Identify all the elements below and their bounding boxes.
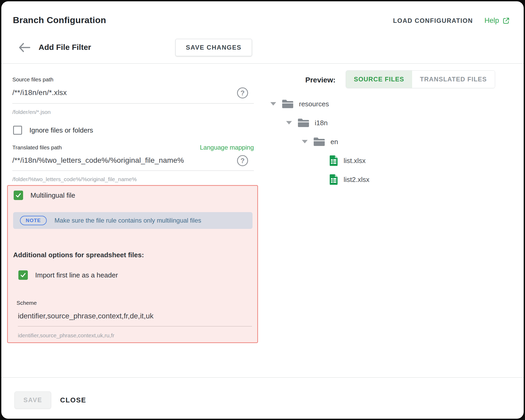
source-path-input[interactable]: /**/i18n/en/*.xlsx xyxy=(12,88,67,97)
help-link[interactable]: Help xyxy=(484,17,510,25)
ignore-files-label: Ignore files or folders xyxy=(29,126,93,134)
tree-row-en[interactable]: en xyxy=(301,136,369,148)
tree-row-i18n[interactable]: i18n xyxy=(285,117,369,129)
save-changes-button[interactable]: SAVE CHANGES xyxy=(175,39,252,56)
tree-row-list-xlsx[interactable]: list.xlsx xyxy=(329,155,369,167)
external-link-icon xyxy=(502,17,510,25)
folder-icon xyxy=(282,99,294,109)
tree-label: en xyxy=(330,138,338,146)
translated-path-helper: /folder/%two_letters_code%/%original_fil… xyxy=(12,176,137,182)
translated-path-help-icon[interactable] xyxy=(237,155,248,166)
source-path-label: Source files path xyxy=(12,76,53,83)
tree-row-list2-xlsx[interactable]: list2.xlsx xyxy=(329,174,369,186)
ignore-files-checkbox[interactable]: Ignore files or folders xyxy=(13,126,93,135)
import-first-line-checkbox[interactable]: Import first line as a header xyxy=(18,270,118,280)
multilingual-label: Multilingual file xyxy=(30,191,75,200)
scheme-label: Scheme xyxy=(17,300,37,306)
checkbox-checked-icon xyxy=(18,270,28,280)
scheme-helper: identifier,source_phrase,context,uk,ru,f… xyxy=(18,332,114,339)
folder-icon xyxy=(313,137,325,147)
tree-label: i18n xyxy=(315,119,328,127)
subheader-title: Add File Filter xyxy=(39,43,91,52)
tree-label: list2.xlsx xyxy=(344,176,369,184)
translated-path-label: Translated files path xyxy=(12,144,62,151)
multilingual-highlight-section: Multilingual file NOTE Make sure the fil… xyxy=(7,185,258,343)
note-bar: NOTE Make sure the file rule contains on… xyxy=(13,212,253,229)
help-link-label: Help xyxy=(484,17,499,25)
tree-label: list.xlsx xyxy=(344,157,366,165)
note-badge: NOTE xyxy=(20,216,47,225)
scheme-underline xyxy=(18,326,252,327)
header-actions: LOAD CONFIGURATION Help xyxy=(393,17,510,25)
spreadsheet-options-title: Additional options for spreadsheet files… xyxy=(13,251,144,259)
preview-label: Preview: xyxy=(305,76,335,84)
file-tree: resources i18n xyxy=(270,98,369,192)
tab-source-files[interactable]: SOURCE FILES xyxy=(346,71,412,88)
page-title: Branch Configuration xyxy=(13,15,106,25)
scheme-input[interactable]: identifier,source_phrase,context,fr,de,i… xyxy=(18,312,154,320)
checkbox-checked-icon xyxy=(14,191,23,200)
spreadsheet-file-icon xyxy=(329,155,338,166)
tab-translated-files[interactable]: TRANSLATED FILES xyxy=(412,71,495,88)
source-path-help-icon[interactable] xyxy=(237,87,248,98)
translated-path-input[interactable]: /**/i18n/%two_letters_code%/%original_fi… xyxy=(12,156,184,165)
save-button[interactable]: SAVE xyxy=(14,391,51,409)
caret-down-icon[interactable] xyxy=(285,120,297,125)
translated-path-underline xyxy=(12,170,254,171)
checkbox-unchecked-icon xyxy=(13,126,22,135)
footer-divider xyxy=(1,377,524,378)
spreadsheet-file-icon xyxy=(329,174,338,185)
source-path-helper: /folder/en/*.json xyxy=(12,109,51,115)
branch-configuration-dialog: Branch Configuration LOAD CONFIGURATION … xyxy=(1,1,524,419)
back-button[interactable] xyxy=(18,42,31,53)
header-divider xyxy=(1,63,524,64)
folder-icon xyxy=(297,118,309,128)
preview-toggle-group: SOURCE FILES TRANSLATED FILES xyxy=(346,70,495,88)
caret-down-icon[interactable] xyxy=(270,101,282,107)
tree-row-resources[interactable]: resources xyxy=(270,98,369,110)
arrow-left-icon xyxy=(18,42,31,53)
load-configuration-button[interactable]: LOAD CONFIGURATION xyxy=(393,17,473,24)
language-mapping-link[interactable]: Language mapping xyxy=(196,144,254,151)
multilingual-checkbox[interactable]: Multilingual file xyxy=(14,191,75,200)
import-first-line-label: Import first line as a header xyxy=(35,271,118,279)
close-button[interactable]: CLOSE xyxy=(60,396,86,404)
tree-label: resources xyxy=(299,100,329,108)
note-text: Make sure the file rule contains only mu… xyxy=(55,217,201,224)
caret-down-icon[interactable] xyxy=(301,139,313,144)
source-path-underline xyxy=(12,103,254,104)
